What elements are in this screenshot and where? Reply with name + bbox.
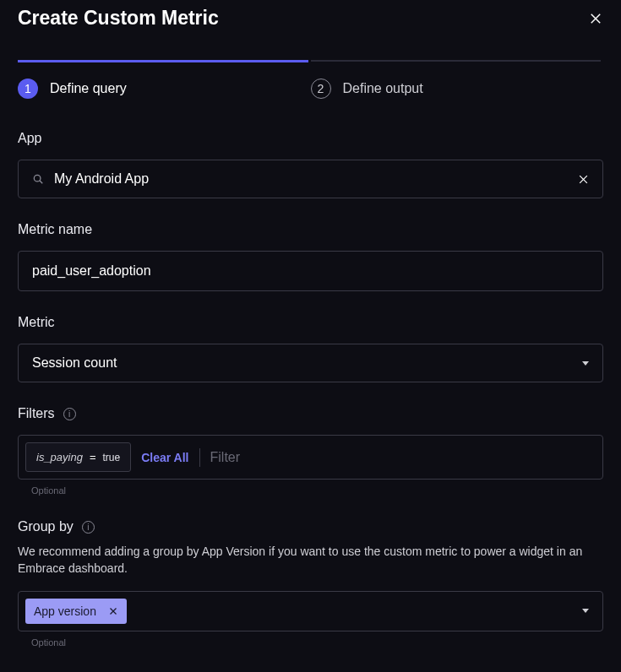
step-define-output[interactable]: 2 Define output bbox=[311, 60, 604, 99]
optional-hint: Optional bbox=[31, 485, 603, 496]
app-value: My Android App bbox=[54, 171, 568, 187]
group-by-label: Group by i bbox=[18, 519, 603, 534]
chevron-down-icon bbox=[582, 609, 589, 613]
filter-val: true bbox=[103, 452, 121, 463]
step-define-query[interactable]: 1 Define query bbox=[18, 60, 311, 99]
step-number: 1 bbox=[18, 79, 38, 99]
chevron-down-icon bbox=[582, 361, 589, 366]
svg-line-3 bbox=[40, 181, 42, 183]
remove-chip-icon[interactable] bbox=[108, 606, 118, 616]
filters-label: Filters i bbox=[18, 406, 603, 421]
filters-row: is_paying = true Clear All bbox=[18, 435, 603, 480]
app-select[interactable]: My Android App bbox=[18, 160, 603, 198]
group-chip-label: App version bbox=[34, 604, 96, 618]
group-by-hint: We recommend adding a group by App Versi… bbox=[18, 543, 603, 577]
group-chip: App version bbox=[25, 599, 127, 624]
filter-key: is_paying bbox=[36, 451, 83, 463]
info-icon[interactable]: i bbox=[63, 408, 76, 420]
metric-select[interactable]: Session count bbox=[18, 344, 603, 382]
search-icon bbox=[32, 173, 44, 185]
optional-hint: Optional bbox=[31, 637, 603, 648]
filter-input[interactable] bbox=[210, 450, 596, 465]
app-field-label: App bbox=[18, 131, 603, 146]
clear-app-icon[interactable] bbox=[578, 174, 589, 185]
divider bbox=[199, 448, 200, 467]
stepper: 1 Define query 2 Define output bbox=[18, 60, 603, 99]
metric-value: Session count bbox=[32, 355, 117, 371]
metric-label: Metric bbox=[18, 315, 603, 330]
metric-name-label: Metric name bbox=[18, 222, 603, 237]
svg-point-2 bbox=[34, 175, 41, 182]
clear-all-button[interactable]: Clear All bbox=[141, 451, 188, 464]
metric-name-input[interactable] bbox=[18, 251, 603, 291]
step-number: 2 bbox=[311, 79, 331, 99]
filter-op: = bbox=[90, 451, 96, 463]
close-icon[interactable] bbox=[588, 11, 603, 26]
filter-chip[interactable]: is_paying = true bbox=[25, 442, 131, 472]
step-label: Define output bbox=[343, 81, 423, 96]
step-label: Define query bbox=[50, 81, 127, 96]
info-icon[interactable]: i bbox=[82, 521, 95, 534]
modal-title: Create Custom Metric bbox=[18, 7, 219, 30]
group-by-select[interactable]: App version bbox=[18, 591, 603, 631]
